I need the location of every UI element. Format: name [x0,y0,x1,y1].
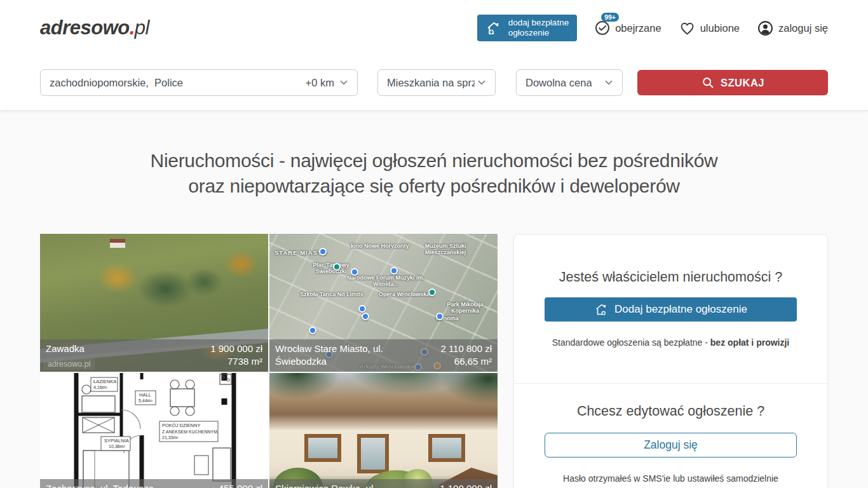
add-listing-button[interactable]: dodaj bezpłatne ogłoszenie [477,15,577,41]
svg-text:5,44m²: 5,44m² [139,398,153,403]
location-search-field[interactable]: +0 km [40,69,358,96]
listing-card[interactable]: STARE MIASTO Plac Targowy Świebodzki kin… [269,234,498,372]
svg-text:POKÓJ DZIENNY: POKÓJ DZIENNY [162,423,200,428]
owner-card: Jesteś właścicielem nieruchomości ? Doda… [513,234,828,488]
svg-text:ŁAZIENKA: ŁAZIENKA [93,379,116,384]
listing-house-image [269,373,498,488]
chevron-down-icon [476,77,487,88]
svg-text:Z ANEKSEM KUCHENNYM: Z ANEKSEM KUCHENNYM [162,430,217,434]
header: adresowo.pl dodaj bezpłatne ogłoszenie [0,0,868,110]
map-pin-icon [358,305,366,313]
map-pin-icon [362,313,369,320]
listing-price: 455 000 zł [219,482,262,488]
sidebar: Jesteś właścicielem nieruchomości ? Doda… [513,234,828,488]
chevron-down-icon [603,77,614,88]
check-circle-icon [595,20,610,36]
map-pin-icon [390,267,398,274]
edit-note: Hasło otrzymałeś w SMS'ie lub ustawiłeś … [545,473,797,484]
favorites-label: ulubione [700,22,740,34]
owner-heading: Jesteś właścicielem nieruchomości ? [545,269,797,285]
svg-text:10,38m²: 10,38m² [109,444,125,449]
owner-note: Standardowe ogłoszenia są bezpłatne - be… [545,337,797,348]
map-pin-icon [428,288,436,296]
svg-text:SYPIALNIA: SYPIALNIA [104,438,129,444]
listing-caption: Skierniewice Rawka, ul. 1 100 000 zł [269,479,498,488]
login-label: zaloguj się [778,22,828,34]
chevron-down-icon [338,77,349,88]
listing-price: 1 900 000 zł [210,342,262,355]
svg-text:21,33m²: 21,33m² [162,435,179,440]
listing-card[interactable]: Zawadka 1 900 000 zł 7738 m² adresowo.pl [40,234,268,372]
listing-caption: Wrocław Stare Miasto, ul. Świebodzka 2 1… [269,339,498,372]
search-button[interactable]: SZUKAJ [637,70,828,95]
map-pin-icon [333,263,341,271]
viewed-link[interactable]: 99+ obejrzane [595,20,661,36]
listing-location: Wrocław Stare Miasto, ul. Świebodzka [275,342,392,368]
listing-caption: Zachorzyce, ul. Tadeusza 455 000 zł [40,479,268,488]
logo-dot: . [130,17,135,39]
listing-price: 2 110 800 zł [440,342,492,355]
listing-area: 66,65 m² [440,355,492,368]
edit-heading: Chcesz edytować ogłoszenie ? [545,403,797,419]
price-select[interactable]: Dowolna cena [516,69,623,96]
logo-text-main: adresowo [40,17,130,39]
page-title: Nieruchomości - najwięcej ogłoszeń nieru… [40,148,828,199]
svg-text:HALL: HALL [139,392,151,398]
user-circle-icon [757,20,773,36]
map-pin-icon [436,313,444,320]
listing-card[interactable]: Skierniewice Rawka, ul. 1 100 000 zł [269,373,498,488]
house-plus-icon [594,302,609,317]
add-listing-label: dodaj bezpłatne ogłoszenie [508,18,569,38]
listing-floorplan-image: ŁAZIENKA 4,16m² HALL 5,44m² POKÓJ DZIENN… [40,373,268,488]
category-select[interactable]: Mieszkania na sprzedaż [377,69,496,96]
search-icon [701,76,715,90]
map-pin-icon [309,327,316,334]
listing-card[interactable]: ŁAZIENKA 4,16m² HALL 5,44m² POKÓJ DZIENN… [40,373,268,488]
radius-select[interactable]: +0 km [306,77,349,89]
listing-price: 1 100 000 zł [440,482,492,488]
listings-grid: Zawadka 1 900 000 zł 7738 m² adresowo.pl… [40,234,498,488]
login-link[interactable]: zaloguj się [757,20,828,36]
location-search-input[interactable] [50,77,306,89]
house-plus-icon [485,20,503,37]
map-pin-icon [351,268,358,276]
listing-area: 7738 m² [210,355,262,368]
favorites-link[interactable]: ulubione [679,20,740,36]
map-pin-icon [319,248,327,255]
listing-location: Skierniewice Rawka, ul. [275,482,376,488]
search-bar: +0 km Mieszkania na sprzedaż Dowolna cen… [40,56,828,110]
login-button[interactable]: Zaloguj się [545,433,797,458]
site-logo[interactable]: adresowo.pl [40,17,149,39]
listing-location: Zachorzyce, ul. Tadeusza [46,482,154,488]
sidebar-add-listing-button[interactable]: Dodaj bezpłatne ogłoszenie [545,297,797,322]
viewed-label: obejrzane [615,22,661,34]
viewed-count-badge: 99+ [601,13,619,22]
watermark: adresowo.pl [43,358,95,370]
svg-text:4,16m²: 4,16m² [93,385,107,390]
heart-icon [679,20,695,36]
logo-text-suffix: pl [135,17,149,39]
